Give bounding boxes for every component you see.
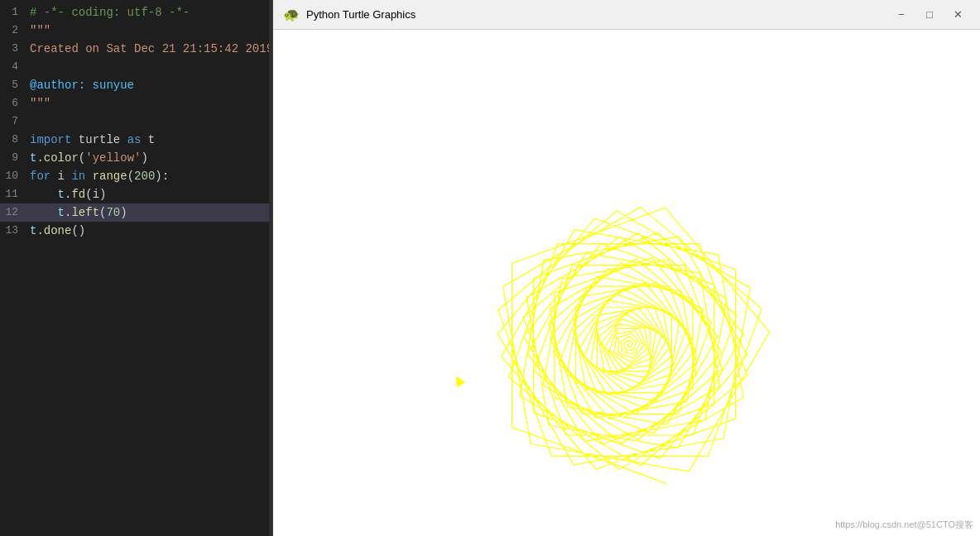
line-content: """ xyxy=(23,94,50,112)
turtle-canvas: https://blog.csdn.net@51CTO搜客 xyxy=(273,30,980,536)
code-editor[interactable]: 1# -*- coding: utf-8 -*-2"""3Created on … xyxy=(0,0,273,536)
editor-scrollbar[interactable] xyxy=(269,0,272,536)
line-number: 6 xyxy=(0,94,23,112)
code-line-8[interactable]: 8import turtle as t xyxy=(0,131,272,149)
line-content: Created on Sat Dec 21 21:15:42 2019 xyxy=(23,40,273,58)
maximize-button[interactable]: □ xyxy=(917,6,942,24)
turtle-window: 🐢 Python Turtle Graphics − □ ✕ https://b… xyxy=(273,0,980,536)
code-line-13[interactable]: 13t.done() xyxy=(0,222,272,240)
window-controls: − □ ✕ xyxy=(889,6,970,24)
line-number: 12 xyxy=(0,203,23,222)
line-number: 10 xyxy=(0,167,23,185)
code-line-4[interactable]: 4 xyxy=(0,58,272,76)
line-content: @author: sunyue xyxy=(23,76,134,94)
code-line-12[interactable]: 12 t.left(70) xyxy=(0,203,272,222)
turtle-titlebar: 🐢 Python Turtle Graphics − □ ✕ xyxy=(273,0,980,30)
line-content: for i in range(200): xyxy=(23,167,169,185)
line-content: t.left(70) xyxy=(23,203,127,222)
code-line-11[interactable]: 11 t.fd(i) xyxy=(0,185,272,203)
code-line-9[interactable]: 9t.color('yellow') xyxy=(0,149,272,167)
code-line-5[interactable]: 5@author: sunyue xyxy=(0,76,272,94)
watermark: https://blog.csdn.net@51CTO搜客 xyxy=(835,519,973,531)
line-number: 9 xyxy=(0,149,23,167)
minimize-button[interactable]: − xyxy=(889,6,914,24)
line-number: 1 xyxy=(0,3,23,22)
code-line-6[interactable]: 6""" xyxy=(0,94,272,112)
code-lines: 1# -*- coding: utf-8 -*-2"""3Created on … xyxy=(0,0,272,243)
line-number: 8 xyxy=(0,131,23,149)
line-number: 11 xyxy=(0,185,23,203)
line-content xyxy=(23,112,36,131)
code-line-3[interactable]: 3Created on Sat Dec 21 21:15:42 2019 xyxy=(0,40,272,58)
line-content xyxy=(23,58,36,76)
code-line-10[interactable]: 10for i in range(200): xyxy=(0,167,272,185)
line-number: 4 xyxy=(0,58,23,76)
code-line-7[interactable]: 7 xyxy=(0,112,272,131)
line-content: t.done() xyxy=(23,222,85,240)
line-number: 3 xyxy=(0,40,23,58)
line-number: 7 xyxy=(0,112,23,131)
line-content: # -*- coding: utf-8 -*- xyxy=(23,3,190,22)
line-number: 13 xyxy=(0,222,23,240)
line-content: import turtle as t xyxy=(23,131,155,149)
line-content: t.color('yellow') xyxy=(23,149,148,167)
code-line-1[interactable]: 1# -*- coding: utf-8 -*- xyxy=(0,3,272,22)
code-line-2[interactable]: 2""" xyxy=(0,22,272,40)
line-content: t.fd(i) xyxy=(23,185,106,203)
turtle-icon: 🐢 xyxy=(283,7,300,23)
close-button[interactable]: ✕ xyxy=(945,6,970,24)
line-number: 5 xyxy=(0,76,23,94)
window-title: Python Turtle Graphics xyxy=(306,8,889,21)
line-content: """ xyxy=(23,22,50,40)
line-number: 2 xyxy=(0,22,23,40)
